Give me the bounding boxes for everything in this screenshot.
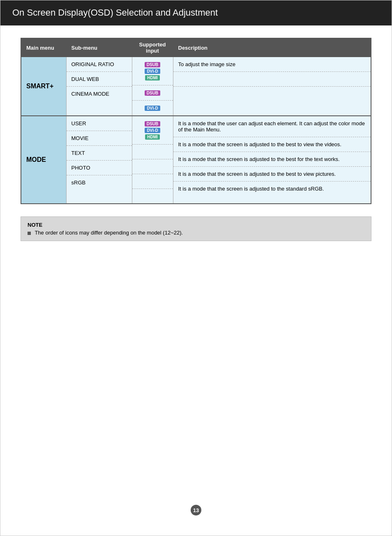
list-item: It is a mode that the screen is adjusted… xyxy=(173,137,371,152)
page-title: On Screen Display(OSD) Selection and Adj… xyxy=(12,7,218,18)
main-menu-smart: SMART+ xyxy=(21,57,66,116)
main-menu-mode: MODE xyxy=(21,116,66,204)
badge-hdmi: HDMI xyxy=(145,75,160,81)
desc-item-cinema-mode xyxy=(173,87,371,101)
badge-dsub: DSUB xyxy=(145,90,160,96)
list-item: It is a mode that the screen is adjusted… xyxy=(173,167,371,182)
desc-item-srgb: It is a mode that the screen is adjusted… xyxy=(173,182,371,196)
list-item: sRGB xyxy=(67,175,132,190)
list-item: USER xyxy=(67,116,132,131)
desc-item-photo: It is a mode that the screen is adjusted… xyxy=(173,167,371,182)
list-item: It is a mode that the screen is adjusted… xyxy=(173,182,371,196)
list-item: PHOTO xyxy=(67,161,132,175)
inner-sub-smart: ORIGINAL RATIO DUAL WEB CINEMA MODE xyxy=(67,57,132,101)
note-text: The order of icons may differ depending … xyxy=(28,230,364,236)
sub-item-photo: PHOTO xyxy=(67,161,132,175)
input-item-user: DSUB DVI-D HDMI xyxy=(132,116,173,145)
list-item: ORIGINAL RATIO xyxy=(67,57,132,72)
desc-item-user: It is a mode that the user can adjust ea… xyxy=(173,116,371,137)
col-header-main: Main menu xyxy=(21,38,66,57)
inner-input-mode: DSUB DVI-D HDMI xyxy=(132,116,173,203)
input-group-mode: DSUB DVI-D HDMI xyxy=(132,116,173,204)
inner-input-smart: DSUB DVI-D HDMI DSUB DVI xyxy=(132,57,173,115)
badge-dvid: DVI-D xyxy=(145,106,160,111)
list-item: DSUB DVI-D HDMI xyxy=(132,57,173,85)
list-item: DSUB DVI-D HDMI xyxy=(132,116,173,145)
note-bullet-icon xyxy=(28,232,31,235)
desc-item-original-ratio: To adjust the image size xyxy=(173,57,371,72)
list-item xyxy=(173,72,371,87)
page-header: On Screen Display(OSD) Selection and Adj… xyxy=(0,0,392,25)
inner-sub-mode: USER MOVIE TEXT PHOTO sRGB xyxy=(67,116,132,190)
input-item-text xyxy=(132,159,173,174)
sub-item-text: TEXT xyxy=(67,146,132,161)
sub-item-srgb: sRGB xyxy=(67,175,132,190)
desc-item-movie: It is a mode that the screen is adjusted… xyxy=(173,137,371,152)
osd-table: Main menu Sub-menu Supported input Descr… xyxy=(21,38,371,204)
col-header-sub: Sub-menu xyxy=(66,38,132,57)
desc-item-dual-web xyxy=(173,72,371,87)
sub-group-mode: USER MOVIE TEXT PHOTO sRGB xyxy=(66,116,132,204)
list-item: DVI-D xyxy=(132,101,173,116)
sub-item-dual-web: DUAL WEB xyxy=(67,72,132,87)
note-title: NOTE xyxy=(28,222,364,228)
badge-dvid: DVI-D xyxy=(145,69,160,74)
list-item: To adjust the image size xyxy=(173,57,371,72)
page-number: 13 xyxy=(191,505,201,515)
input-group-smart: DSUB DVI-D HDMI DSUB DVI xyxy=(132,57,173,116)
input-item-cinema-mode: DVI-D xyxy=(132,101,173,116)
list-item: DUAL WEB xyxy=(67,72,132,87)
inner-desc-mode: It is a mode that the user can adjust ea… xyxy=(173,116,371,196)
note-box: NOTE The order of icons may differ depen… xyxy=(21,216,371,241)
list-item xyxy=(132,174,173,189)
inner-desc-smart: To adjust the image size xyxy=(173,57,371,101)
list-item xyxy=(173,87,371,101)
list-item: DSUB xyxy=(132,85,173,101)
list-item xyxy=(132,159,173,174)
badge-hdmi: HDMI xyxy=(145,134,160,140)
col-header-desc: Description xyxy=(173,38,371,57)
list-item: It is a mode that the screen is adjusted… xyxy=(173,152,371,167)
desc-item-text: It is a mode that the screen is adjusted… xyxy=(173,152,371,167)
badge-dvid: DVI-D xyxy=(145,128,160,133)
sub-item-cinema-mode: CINEMA MODE xyxy=(67,87,132,101)
main-content: Main menu Sub-menu Supported input Descr… xyxy=(0,38,392,204)
list-item: MOVIE xyxy=(67,131,132,146)
list-item: CINEMA MODE xyxy=(67,87,132,101)
list-item: TEXT xyxy=(67,146,132,161)
table-row-smart: SMART+ ORIGINAL RATIO DUAL WEB CINEMA MO… xyxy=(21,57,371,116)
input-item-dual-web: DSUB xyxy=(132,85,173,101)
col-header-input: Supported input xyxy=(132,38,173,57)
input-item-movie xyxy=(132,145,173,159)
input-item-photo xyxy=(132,174,173,189)
sub-item-user: USER xyxy=(67,116,132,131)
sub-group-smart: ORIGINAL RATIO DUAL WEB CINEMA MODE xyxy=(66,57,132,116)
input-item-original-ratio: DSUB DVI-D HDMI xyxy=(132,57,173,85)
badge-dsub: DSUB xyxy=(145,121,160,127)
badge-dsub: DSUB xyxy=(145,62,160,67)
input-item-srgb xyxy=(132,189,173,204)
list-item: It is a mode that the user can adjust ea… xyxy=(173,116,371,137)
sub-item-original-ratio: ORIGINAL RATIO xyxy=(67,57,132,72)
desc-group-smart: To adjust the image size xyxy=(173,57,371,116)
desc-group-mode: It is a mode that the user can adjust ea… xyxy=(173,116,371,204)
list-item xyxy=(132,189,173,204)
table-row-mode: MODE USER MOVIE TEXT PHO xyxy=(21,116,371,204)
list-item xyxy=(132,145,173,159)
sub-item-movie: MOVIE xyxy=(67,131,132,146)
